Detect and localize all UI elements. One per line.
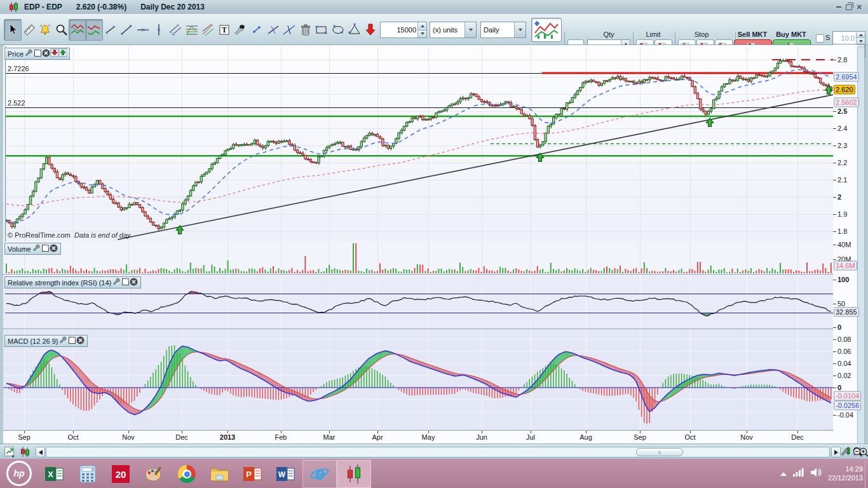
horizontal-scrollbar-track[interactable]: ≡ — [46, 447, 830, 458]
chart-style-button[interactable] — [531, 18, 562, 42]
horizontal-line-tool[interactable] — [134, 19, 152, 41]
rsi-axis-label: 50 — [837, 300, 845, 308]
units-spinner[interactable] — [417, 22, 426, 37]
close-icon[interactable] — [130, 278, 138, 286]
price-axis-label: 2.4 — [837, 125, 847, 132]
price-level-label-upper: 2.7226 — [8, 65, 29, 72]
vertical-line-tool[interactable] — [150, 19, 168, 41]
horizontal-scrollbar-thumb[interactable]: ≡ — [636, 448, 683, 456]
units-mode-dropdown[interactable]: (x) units — [430, 22, 477, 38]
drawing-settings-tool[interactable] — [231, 19, 249, 41]
volume-chart-canvas[interactable] — [3, 241, 833, 274]
chart-settings-icon[interactable] — [841, 446, 852, 458]
rsi-panel-title: Relative strength index (RSI) (14) — [8, 279, 111, 287]
crossed-line-tool[interactable] — [264, 19, 282, 41]
time-axis[interactable]: SepOctNovDec2013FebMarAprMayJunJulAugSep… — [3, 431, 857, 444]
wrench-icon[interactable] — [113, 278, 121, 286]
pitchfork-tool[interactable] — [199, 19, 217, 41]
extended-line-tool[interactable] — [280, 19, 298, 41]
triangle-tool[interactable] — [346, 19, 363, 41]
chevron-down-icon[interactable] — [514, 22, 526, 37]
candle-style-icon[interactable] — [19, 446, 31, 458]
sell-mkt-label: Sell MKT — [734, 30, 771, 38]
rectangle-tool[interactable] — [313, 19, 330, 41]
price-axis-label: 2.5 — [837, 107, 847, 115]
tray-date: 22/12/2013 — [828, 473, 863, 482]
taskbar-app-prorealtime[interactable] — [337, 460, 371, 488]
time-axis-label: 2013 — [220, 433, 235, 441]
value-axis-column[interactable]: 2.82.52.42.32.22.121.91.840M20M1005000.0… — [833, 44, 857, 444]
window-icon[interactable] — [121, 278, 130, 286]
window-icon[interactable] — [41, 244, 50, 252]
close-icon[interactable] — [50, 244, 58, 252]
show-desktop-button[interactable] — [865, 459, 868, 488]
ruler-tool[interactable] — [20, 19, 38, 41]
wrench-icon[interactable] — [60, 336, 68, 344]
taskbar-app-calculator[interactable]: 0 — [71, 461, 104, 487]
price-panel-header: Price — [4, 48, 70, 60]
export-chart-icon[interactable] — [4, 446, 15, 458]
taskbar-app-paint[interactable] — [137, 461, 170, 487]
macd-panel-header: MACD (12 26 9) — [4, 335, 88, 347]
taskbar-app-word[interactable]: W — [269, 461, 302, 487]
stop-loss-checkbox[interactable] — [816, 34, 824, 43]
wrench-icon[interactable] — [33, 244, 41, 252]
zigzag-tool[interactable] — [85, 19, 103, 41]
speaker-icon[interactable] — [810, 468, 822, 480]
window-price: 2.620 (-0.38%) — [76, 3, 126, 11]
close-icon[interactable] — [42, 49, 50, 57]
minimize-button[interactable] — [834, 3, 844, 11]
macd-axis-label: -0.04 — [837, 411, 853, 419]
text-tool[interactable]: T — [215, 19, 233, 41]
short-segment-tool[interactable] — [248, 19, 266, 41]
network-signal-icon[interactable] — [793, 468, 804, 479]
parallel-lines-tool[interactable] — [166, 19, 184, 41]
sell-arrow-tool[interactable] — [362, 19, 379, 41]
units-input[interactable]: 15000 — [380, 22, 427, 38]
sell-order-icon[interactable] — [50, 49, 58, 57]
scroll-left-button[interactable] — [36, 447, 45, 458]
window-icon[interactable] — [68, 336, 76, 344]
segment-tool[interactable] — [102, 19, 119, 41]
value-badge: 2.620 — [834, 85, 855, 95]
fibonacci-tool[interactable] — [183, 19, 201, 41]
taskbar-app-file-explorer[interactable] — [203, 461, 236, 487]
magnifier-tool[interactable] — [53, 19, 71, 41]
macd-axis-label: 0.06 — [837, 348, 851, 355]
restore-button[interactable] — [844, 3, 854, 11]
chevron-down-icon[interactable] — [465, 22, 476, 37]
price-axis-label: 2.2 — [837, 159, 847, 166]
pattern-tool[interactable] — [69, 19, 86, 41]
scroll-right-button[interactable] — [831, 447, 841, 458]
buy-order-icon[interactable] — [58, 49, 67, 57]
volume-panel-header: Volume — [4, 243, 61, 255]
ellipse-tool[interactable] — [329, 19, 347, 41]
close-button[interactable]: ✕ — [854, 3, 864, 11]
timeframe-dropdown[interactable]: Daily — [480, 22, 526, 38]
start-button[interactable]: hp — [0, 459, 38, 488]
volume-axis-label: 40M — [837, 241, 851, 248]
price-axis-label: 2.8 — [837, 56, 847, 64]
taskbar-app-powerpoint[interactable]: P — [236, 461, 269, 487]
taskbar-app-internet-explorer[interactable]: e — [302, 460, 337, 488]
units-value[interactable]: 15000 — [381, 26, 417, 34]
alert-tool[interactable] — [36, 19, 54, 41]
window-icon[interactable] — [34, 49, 42, 57]
wrench-icon[interactable] — [25, 49, 34, 57]
close-icon[interactable] — [76, 336, 85, 344]
clock[interactable]: 14:29 22/12/2013 — [828, 464, 863, 482]
trendline-tool[interactable] — [118, 19, 135, 41]
taskbar-app-app-20[interactable]: 20 — [104, 461, 137, 487]
zoom-in-icon[interactable] — [858, 446, 868, 458]
hidden-icons-caret[interactable] — [780, 468, 787, 479]
macd-panel-title: MACD (12 26 9) — [8, 337, 58, 345]
stop-loss-input[interactable]: 10.0 — [832, 31, 865, 44]
taskbar-app-excel[interactable]: X — [38, 461, 71, 487]
price-chart-canvas[interactable] — [3, 46, 833, 241]
macd-chart-canvas[interactable] — [3, 329, 833, 431]
pointer-tool[interactable] — [4, 19, 22, 41]
time-axis-label: Nov — [740, 433, 753, 441]
taskbar-app-chrome[interactable] — [170, 461, 203, 487]
time-axis-label: Mar — [323, 433, 336, 441]
delete-tool[interactable] — [297, 19, 315, 41]
